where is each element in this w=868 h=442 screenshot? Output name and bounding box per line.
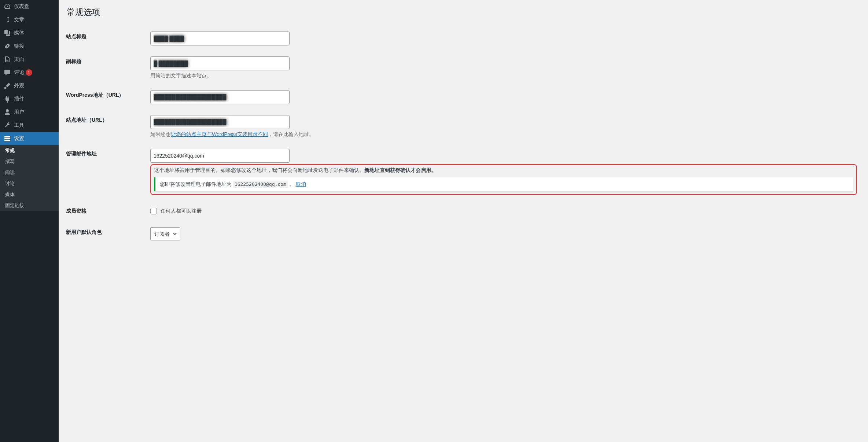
settings-form: 站点标题 副标题 用简洁的文字描述本站点。 WordPress地址（URL） 站…: [66, 26, 861, 246]
sidebar-item-media[interactable]: 媒体: [0, 26, 59, 40]
sidebar-item-plugins[interactable]: 插件: [0, 92, 59, 106]
site-url-input[interactable]: [150, 115, 290, 129]
sidebar-item-tools[interactable]: 工具: [0, 119, 59, 132]
sidebar-item-label: 插件: [14, 96, 24, 102]
submenu-media[interactable]: 媒体: [0, 189, 59, 200]
sidebar-item-label: 文章: [14, 16, 24, 23]
sidebar-item-label: 评论: [14, 69, 24, 76]
sidebar-item-label: 工具: [14, 122, 24, 129]
media-icon: [4, 29, 11, 37]
admin-email-input[interactable]: [150, 149, 290, 163]
site-url-help-link[interactable]: 让您的站点主页与WordPress安装目录不同: [171, 131, 268, 137]
submenu-writing[interactable]: 撰写: [0, 156, 59, 167]
sidebar-item-label: 设置: [14, 135, 24, 142]
admin-email-help: 这个地址将被用于管理目的。如果您修改这个地址，我们将会向新地址发送电子邮件来确认…: [154, 167, 853, 174]
submenu-general[interactable]: 常规: [0, 145, 59, 156]
submenu-discussion[interactable]: 讨论: [0, 178, 59, 189]
sidebar-item-settings[interactable]: 设置: [0, 132, 59, 145]
page-icon: [4, 56, 11, 63]
admin-email-label: 管理邮件地址: [66, 151, 97, 156]
tagline-input[interactable]: [150, 56, 290, 70]
sidebar-item-label: 用户: [14, 109, 24, 115]
user-icon: [4, 108, 11, 116]
wrench-icon: [4, 122, 11, 129]
sidebar-item-appearance[interactable]: 外观: [0, 79, 59, 92]
site-url-label: 站点地址（URL）: [66, 117, 107, 123]
sidebar-item-label: 链接: [14, 43, 24, 49]
site-url-description: 如果您想让您的站点主页与WordPress安装目录不同，请在此输入地址。: [150, 131, 857, 138]
settings-submenu: 常规 撰写 阅读 讨论 媒体 固定链接: [0, 145, 59, 211]
sidebar-item-comments[interactable]: 评论1: [0, 66, 59, 79]
tagline-description: 用简洁的文字描述本站点。: [150, 73, 857, 79]
sidebar-item-pages[interactable]: 页面: [0, 53, 59, 66]
site-title-label: 站点标题: [66, 33, 87, 39]
dashboard-icon: [4, 3, 11, 10]
sidebar-item-label: 媒体: [14, 30, 24, 36]
comments-count-badge: 1: [26, 69, 32, 76]
sidebar-item-label: 外观: [14, 82, 24, 89]
sidebar-item-users[interactable]: 用户: [0, 106, 59, 119]
wp-url-input[interactable]: [150, 90, 290, 104]
wp-url-label: WordPress地址（URL）: [66, 92, 124, 98]
sidebar-item-links[interactable]: 链接: [0, 40, 59, 53]
comment-icon: [4, 69, 11, 76]
sidebar-item-label: 页面: [14, 56, 24, 63]
membership-checkbox[interactable]: [150, 208, 157, 214]
settings-icon: [4, 135, 11, 142]
pin-icon: [4, 16, 11, 23]
default-role-label: 新用户默认角色: [66, 229, 102, 235]
membership-checkbox-label[interactable]: 任何人都可以注册: [150, 208, 202, 214]
admin-email-pending-notice: 您即将修改管理电子邮件地址为 16225202400@qq.com 。 取消: [154, 177, 853, 191]
brush-icon: [4, 82, 11, 89]
main-content: 常规选项 站点标题 副标题 用简洁的文字描述本站点。 WordPress地址（U…: [59, 0, 868, 442]
plugin-icon: [4, 95, 11, 103]
sidebar-item-label: 仪表盘: [14, 3, 29, 10]
pending-email-value: 16225202400@qq.com: [233, 181, 288, 188]
sidebar-item-posts[interactable]: 文章: [0, 13, 59, 26]
link-icon: [4, 43, 11, 50]
sidebar-item-dashboard[interactable]: 仪表盘: [0, 0, 59, 13]
submenu-permalinks[interactable]: 固定链接: [0, 200, 59, 211]
admin-sidebar: 仪表盘 文章 媒体 链接 页面 评论1 外观 插件 用户 工具 设置 常规 撰写…: [0, 0, 59, 442]
admin-email-highlight: 这个地址将被用于管理目的。如果您修改这个地址，我们将会向新地址发送电子邮件来确认…: [150, 164, 857, 195]
page-title: 常规选项: [67, 4, 861, 19]
tagline-label: 副标题: [66, 58, 81, 64]
cancel-email-change-link[interactable]: 取消: [296, 181, 306, 187]
membership-label: 成员资格: [66, 208, 87, 214]
default-role-select[interactable]: 订阅者: [150, 227, 180, 240]
site-title-input[interactable]: [150, 32, 290, 45]
submenu-reading[interactable]: 阅读: [0, 167, 59, 178]
